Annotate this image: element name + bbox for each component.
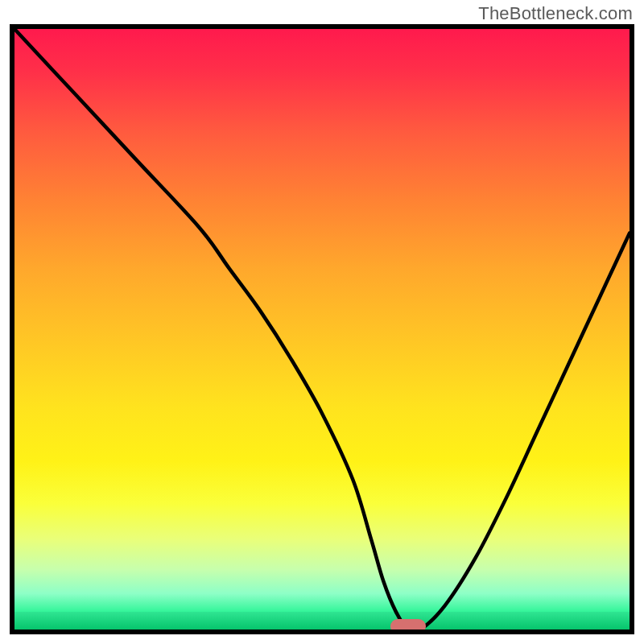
optimal-point-marker — [390, 619, 426, 634]
bottleneck-curve — [14, 29, 630, 630]
attribution-text: TheBottleneck.com — [478, 3, 633, 24]
chart-container: TheBottleneck.com — [0, 0, 644, 644]
plot-frame — [10, 24, 634, 634]
curve-path — [14, 29, 630, 630]
